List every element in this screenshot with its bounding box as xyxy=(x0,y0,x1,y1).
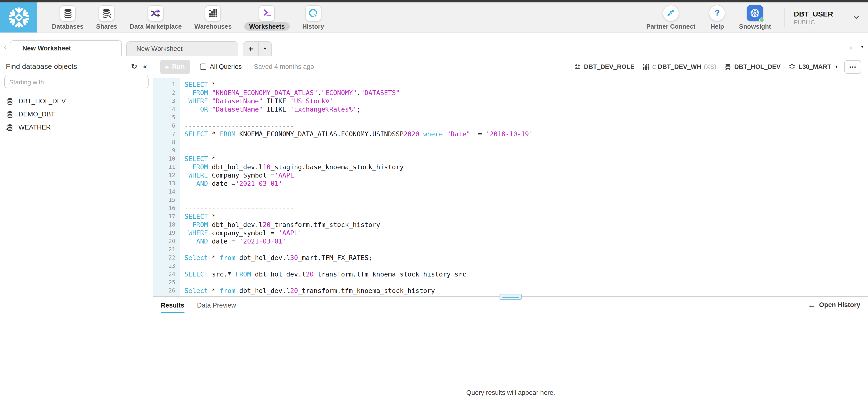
nav-item-snowsight[interactable]: Snowsight xyxy=(739,5,771,30)
snowflake-icon xyxy=(7,6,30,29)
code-line: 15 xyxy=(153,196,868,204)
line-number: 17 xyxy=(153,212,180,221)
results-tab-results[interactable]: Results xyxy=(161,297,184,313)
code-text: SELECT * xyxy=(180,80,216,89)
worksheet-panel: ▶ Run All Queries Saved 4 months ago DBT… xyxy=(153,56,868,406)
nav-item-shares[interactable]: Shares xyxy=(96,5,117,30)
workspace: Find database objects ↻ « DBT_HOL_DEV DE… xyxy=(0,56,868,406)
tab-overflow-caret-icon[interactable]: ▼ xyxy=(860,45,864,49)
code-text xyxy=(180,138,184,146)
nav-item-data-marketplace[interactable]: Data Marketplace xyxy=(130,5,182,30)
tabbar-divider xyxy=(856,43,856,52)
code-text: WHERE "DatasetName" ILIKE 'US Stock%' xyxy=(180,97,333,105)
line-number: 13 xyxy=(153,179,180,188)
user-menu[interactable]: DBT_USER PUBLIC xyxy=(794,9,833,26)
all-queries-checkbox[interactable] xyxy=(200,64,206,70)
nav-item-warehouses[interactable]: Warehouses xyxy=(194,5,232,30)
nav-label-snowsight: Snowsight xyxy=(739,23,771,30)
tab-scroll-left-icon[interactable]: ‹ xyxy=(4,43,6,51)
database-item-demo_dbt[interactable]: DEMO_DBT xyxy=(0,108,153,121)
database-icon xyxy=(723,63,732,71)
results-tab-data-preview[interactable]: Data Preview xyxy=(197,297,236,313)
help-icon: ? xyxy=(709,5,725,21)
code-line: 25 xyxy=(153,278,868,287)
status-dot xyxy=(760,18,764,22)
code-lines: 1SELECT *2 FROM "KNOEMA_ECONOMY_DATA_ATL… xyxy=(153,78,868,295)
chevron-down-icon[interactable] xyxy=(852,13,860,21)
code-line: 1SELECT * xyxy=(153,80,868,89)
new-worksheet-button[interactable]: + xyxy=(243,41,259,56)
database-name: DBT_HOL_DEV xyxy=(19,98,66,105)
line-number: 24 xyxy=(153,270,180,278)
code-line: 2 FROM "KNOEMA_ECONOMY_DATA_ATLAS"."ECON… xyxy=(153,89,868,97)
database-sidebar: Find database objects ↻ « DBT_HOL_DEV DE… xyxy=(0,56,153,406)
code-line: 21 xyxy=(153,245,868,254)
line-number: 9 xyxy=(153,146,180,155)
all-queries-label: All Queries xyxy=(210,63,242,70)
context-role-selector[interactable]: DBT_DEV_ROLE xyxy=(573,63,634,71)
code-line: 19 WHERE company_symbol = 'AAPL' xyxy=(153,229,868,237)
database-item-dbt_hol_dev[interactable]: DBT_HOL_DEV xyxy=(0,95,153,108)
snowflake-logo[interactable] xyxy=(0,2,37,33)
code-line: 4 OR "DatasetName" ILIKE 'Exchange%Rates… xyxy=(153,105,868,113)
nav-item-partner-connect[interactable]: Partner Connect xyxy=(646,5,695,30)
code-line: 22Select * from dbt_hol_dev.l30_mart.TFM… xyxy=(153,254,868,262)
code-line: 8 xyxy=(153,138,868,146)
code-text: AND date = '2021-03-01' xyxy=(180,237,286,245)
database-name: DEMO_DBT xyxy=(19,111,55,118)
refresh-icon[interactable]: ↻ xyxy=(131,63,137,70)
tab-scroll-right-icon[interactable]: › xyxy=(849,43,852,51)
code-text: ---------------------------- xyxy=(180,122,294,130)
history-icon xyxy=(305,5,321,21)
code-line: 9 xyxy=(153,146,868,155)
nav-item-databases[interactable]: Databases xyxy=(52,5,84,30)
context-label: L30_MART xyxy=(799,63,831,70)
panel-splitter xyxy=(153,296,868,297)
splitter-drag-handle[interactable] xyxy=(499,294,522,300)
nav-label-history: History xyxy=(302,23,324,30)
worksheets-icon xyxy=(259,5,275,21)
code-line: 17SELECT * xyxy=(153,212,868,221)
code-text: SELECT * xyxy=(180,212,216,221)
database-item-weather[interactable]: WEATHER xyxy=(0,121,153,134)
run-label: Run xyxy=(172,63,185,70)
code-text xyxy=(180,113,184,122)
code-text: SELECT src.* FROM dbt_hol_dev.l20_transf… xyxy=(180,270,466,278)
code-line: 24SELECT src.* FROM dbt_hol_dev.l20_tran… xyxy=(153,270,868,278)
code-text: FROM "KNOEMA_ECONOMY_DATA_ATLAS"."ECONOM… xyxy=(180,89,400,97)
line-number: 21 xyxy=(153,245,180,254)
open-history-label: Open History xyxy=(819,301,860,308)
collapse-sidebar-icon[interactable]: « xyxy=(143,63,147,70)
results-panel: Query results will appear here. xyxy=(153,313,868,406)
code-text: FROM dbt_hol_dev.l10_staging.base_knoema… xyxy=(180,163,404,171)
code-text xyxy=(180,188,184,196)
more-options-button[interactable]: ⋯ xyxy=(844,60,861,73)
run-button[interactable]: ▶ Run xyxy=(160,60,190,74)
nav-item-worksheets[interactable]: Worksheets xyxy=(244,5,289,30)
worksheet-list-dropdown[interactable]: ▼ xyxy=(259,41,272,56)
marketplace-icon xyxy=(148,5,164,21)
line-number: 26 xyxy=(153,287,180,295)
worksheet-tab-2[interactable]: New Worksheet xyxy=(126,41,238,56)
arrow-left-icon: ← xyxy=(808,301,815,308)
context-label: DBT_HOL_DEV xyxy=(734,63,781,70)
context-database-selector[interactable]: DBT_HOL_DEV xyxy=(723,63,781,71)
line-number: 19 xyxy=(153,229,180,237)
code-line: 12 WHERE Company_Symbol ='AAPL' xyxy=(153,171,868,179)
nav-item-history[interactable]: History xyxy=(302,5,324,30)
context-warehouse-selector[interactable]: DBT_DEV_WH(XS) xyxy=(642,63,716,71)
code-text: SELECT * xyxy=(180,155,216,163)
shared-database-icon xyxy=(6,123,14,131)
code-line: 5 xyxy=(153,113,868,122)
nav-label-shares: Shares xyxy=(96,23,117,30)
context-schema-selector[interactable]: L30_MART▼ xyxy=(788,63,838,71)
line-number: 18 xyxy=(153,221,180,229)
nav-item-help[interactable]: ?Help xyxy=(709,5,725,30)
worksheet-tab-1-active[interactable]: New Worksheet xyxy=(10,40,122,56)
open-history-button[interactable]: ← Open History xyxy=(808,301,868,308)
nav-label-help: Help xyxy=(710,23,724,30)
sql-editor[interactable]: 1SELECT *2 FROM "KNOEMA_ECONOMY_DATA_ATL… xyxy=(153,78,868,296)
database-search-input[interactable] xyxy=(4,76,149,88)
user-role: PUBLIC xyxy=(794,19,833,26)
code-text: WHERE company_symbol = 'AAPL' xyxy=(180,229,302,237)
